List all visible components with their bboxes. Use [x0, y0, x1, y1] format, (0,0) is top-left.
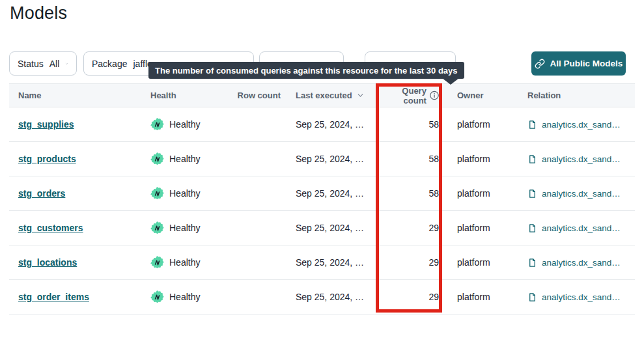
column-header-query-count[interactable]: Query count [380, 86, 445, 105]
healthy-seal-icon [150, 256, 164, 270]
relation-link[interactable]: analytics.dx_sand… [527, 258, 635, 268]
model-name-link[interactable]: stg_locations [18, 257, 77, 268]
relation-label: analytics.dx_sand… [542, 189, 621, 199]
query-count-cell: 29 [380, 292, 445, 302]
table-row: stg_order_items Healthy Sep 25, 2024, … … [9, 280, 635, 314]
health-badge: Healthy [150, 221, 234, 235]
table-row: stg_orders Healthy Sep 25, 2024, … 58 pl… [9, 176, 635, 211]
all-public-models-label: All Public Models [550, 59, 623, 68]
table-row: stg_supplies Healthy Sep 25, 2024, … 58 … [9, 107, 635, 142]
health-label: Healthy [169, 188, 200, 199]
relation-link[interactable]: analytics.dx_sand… [527, 223, 635, 233]
column-header-row-count[interactable]: Row count [234, 91, 281, 100]
model-name-link[interactable]: stg_supplies [18, 119, 74, 130]
status-filter-label: Status [18, 59, 44, 69]
owner-cell: platform [445, 292, 518, 302]
status-filter[interactable]: Status All [9, 51, 77, 76]
table-header: Name Health Row count Last executed Quer… [9, 83, 635, 107]
relation-link[interactable]: analytics.dx_sand… [527, 154, 635, 164]
owner-cell: platform [445, 223, 518, 233]
column-header-last-executed[interactable]: Last executed [281, 91, 380, 100]
info-icon[interactable] [430, 91, 439, 100]
health-badge: Healthy [150, 152, 234, 166]
column-header-owner[interactable]: Owner [445, 91, 518, 100]
last-executed-cell: Sep 25, 2024, … [281, 119, 380, 130]
relation-link[interactable]: analytics.dx_sand… [527, 120, 635, 130]
last-executed-cell: Sep 25, 2024, … [281, 188, 380, 199]
healthy-seal-icon [150, 290, 164, 304]
tooltip-arrow [442, 78, 459, 85]
relation-link[interactable]: analytics.dx_sand… [527, 189, 635, 199]
query-count-cell: 58 [380, 188, 445, 199]
last-executed-cell: Sep 25, 2024, … [281, 223, 380, 233]
column-header-health[interactable]: Health [150, 91, 234, 100]
page-title: Models [10, 3, 67, 23]
health-badge: Healthy [150, 118, 234, 132]
document-icon [527, 223, 537, 233]
sort-chevron-icon[interactable] [356, 91, 365, 100]
table-row: stg_locations Healthy Sep 25, 2024, … 29… [9, 245, 635, 280]
healthy-seal-icon [150, 221, 164, 235]
document-icon [527, 189, 537, 199]
document-icon [527, 292, 537, 302]
relation-label: analytics.dx_sand… [542, 292, 621, 302]
owner-cell: platform [445, 119, 518, 130]
health-label: Healthy [169, 119, 200, 130]
link-icon [535, 59, 545, 69]
status-filter-value: All [49, 59, 60, 69]
last-executed-cell: Sep 25, 2024, … [281, 154, 380, 164]
owner-cell: platform [445, 154, 518, 164]
healthy-seal-icon [150, 118, 164, 132]
all-public-models-button[interactable]: All Public Models [531, 51, 626, 76]
model-name-link[interactable]: stg_products [18, 154, 76, 164]
column-header-relation[interactable]: Relation [518, 91, 635, 100]
last-executed-cell: Sep 25, 2024, … [281, 292, 380, 302]
query-count-cell: 58 [380, 154, 445, 164]
health-badge: Healthy [150, 256, 234, 270]
health-label: Healthy [169, 257, 200, 268]
model-name-link[interactable]: stg_orders [18, 188, 65, 199]
query-count-cell: 29 [380, 257, 445, 268]
chevron-down-icon [65, 59, 68, 68]
relation-link[interactable]: analytics.dx_sand… [527, 292, 635, 302]
last-executed-label: Last executed [296, 91, 352, 100]
health-badge: Healthy [150, 290, 234, 304]
query-count-cell: 29 [380, 223, 445, 233]
table-row: stg_products Healthy Sep 25, 2024, … 58 … [9, 142, 635, 176]
relation-label: analytics.dx_sand… [542, 258, 621, 268]
relation-label: analytics.dx_sand… [542, 223, 621, 233]
health-badge: Healthy [150, 187, 234, 201]
health-label: Healthy [169, 223, 200, 233]
query-count-tooltip: The number of consumed queries against t… [148, 62, 464, 79]
healthy-seal-icon [150, 187, 164, 201]
query-count-cell: 58 [380, 119, 445, 130]
document-icon [527, 154, 537, 164]
column-header-name[interactable]: Name [9, 91, 150, 100]
relation-label: analytics.dx_sand… [542, 154, 621, 164]
tooltip-text: The number of consumed queries against t… [155, 66, 458, 76]
table-row: stg_customers Healthy Sep 25, 2024, … 29… [9, 211, 635, 245]
document-icon [527, 120, 537, 130]
document-icon [527, 258, 537, 268]
owner-cell: platform [445, 257, 518, 268]
query-count-label: Query count [380, 86, 427, 105]
model-name-link[interactable]: stg_customers [18, 223, 83, 233]
package-filter-label: Package [92, 59, 127, 69]
owner-cell: platform [445, 188, 518, 199]
last-executed-cell: Sep 25, 2024, … [281, 257, 380, 268]
healthy-seal-icon [150, 152, 164, 166]
health-label: Healthy [169, 292, 200, 302]
health-label: Healthy [169, 154, 200, 164]
model-name-link[interactable]: stg_order_items [18, 292, 89, 302]
models-table: Name Health Row count Last executed Quer… [9, 83, 635, 314]
relation-label: analytics.dx_sand… [542, 120, 621, 130]
